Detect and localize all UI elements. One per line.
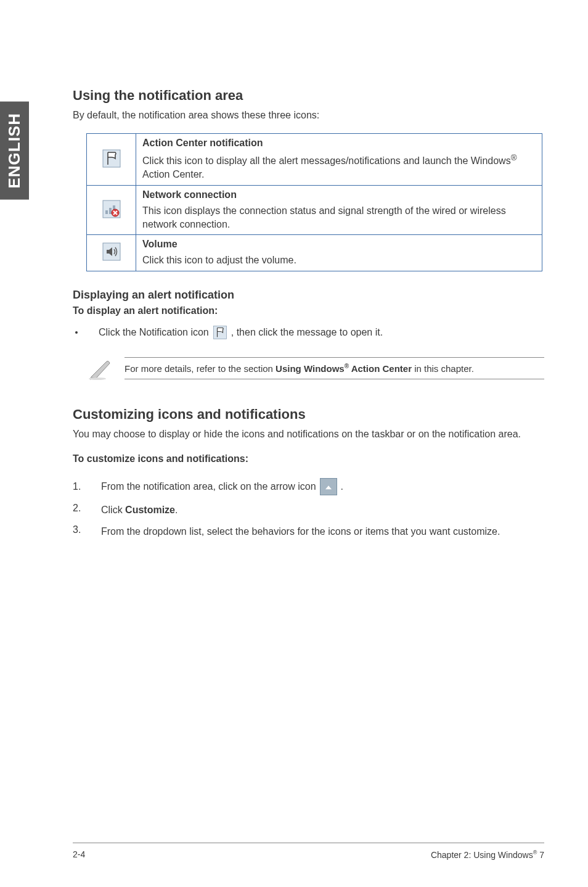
cell-body: Click this icon to adjust the volume. xyxy=(142,254,536,267)
cell-body: Click this icon to display all the alert… xyxy=(142,152,536,181)
list-item: 3. From the dropdown list, select the be… xyxy=(73,524,544,538)
side-tab: ENGLISH xyxy=(0,102,29,200)
item-number: 3. xyxy=(73,524,101,535)
item-number: 1. xyxy=(73,481,101,492)
item-text: Click Customize. xyxy=(101,503,178,517)
content-cell: Network connection This icon displays th… xyxy=(136,185,542,234)
network-icon xyxy=(102,199,121,219)
subsection-subheading-alert: To display an alert notification: xyxy=(73,305,544,316)
svg-point-8 xyxy=(89,377,106,380)
section-heading-notification-area: Using the notification area xyxy=(73,88,544,104)
content-cell: Action Center notification Click this ic… xyxy=(136,134,542,186)
note-text: For more details, refer to the section U… xyxy=(125,357,544,379)
bullet-text: Click the Notification icon , then click… xyxy=(99,325,383,340)
flag-icon-inline xyxy=(213,325,227,340)
flag-icon xyxy=(102,149,121,168)
numbered-list: 1. From the notification area, click on … xyxy=(73,478,544,538)
table-row: Action Center notification Click this ic… xyxy=(87,134,542,186)
pencil-icon xyxy=(86,355,113,382)
note-box: For more details, refer to the section U… xyxy=(86,355,544,382)
main-content: Using the notification area By default, … xyxy=(73,88,544,546)
list-item: 1. From the notification area, click on … xyxy=(73,478,544,495)
page-footer: 2-4 Chapter 2: Using Windows® 7 xyxy=(73,843,544,860)
list-item: 2. Click Customize. xyxy=(73,503,544,517)
arrow-up-icon xyxy=(320,478,337,495)
cell-title: Network connection xyxy=(142,189,536,200)
cell-body: This icon displays the connection status… xyxy=(142,204,536,231)
subsection-heading-alert: Displaying an alert notification xyxy=(73,289,544,302)
icon-cell-flag xyxy=(87,134,136,186)
volume-icon xyxy=(102,242,121,262)
section-intro: By default, the notification area shows … xyxy=(73,109,544,122)
item-number: 2. xyxy=(73,503,101,514)
cell-title: Action Center notification xyxy=(142,138,536,149)
section-heading-customizing: Customizing icons and notifications xyxy=(73,406,544,423)
bullet-item: Click the Notification icon , then click… xyxy=(73,325,544,340)
table-row: Network connection This icon displays th… xyxy=(87,185,542,234)
table-row: Volume Click this icon to adjust the vol… xyxy=(87,235,542,271)
icon-cell-volume xyxy=(87,235,136,271)
cell-title: Volume xyxy=(142,239,536,250)
subsection-subheading-customize: To customize icons and notifications: xyxy=(73,453,544,464)
bullet-dot xyxy=(75,331,78,334)
page-number: 2-4 xyxy=(73,849,85,860)
chapter-label: Chapter 2: Using Windows® 7 xyxy=(431,849,544,860)
icon-cell-network xyxy=(87,185,136,234)
icon-table: Action Center notification Click this ic… xyxy=(86,133,542,271)
svg-rect-2 xyxy=(105,210,108,214)
svg-rect-3 xyxy=(109,208,112,214)
item-text: From the notification area, click on the… xyxy=(101,478,343,495)
section2-intro: You may choose to display or hide the ic… xyxy=(73,427,544,441)
content-cell: Volume Click this icon to adjust the vol… xyxy=(136,235,542,271)
item-text: From the dropdown list, select the behav… xyxy=(101,524,500,538)
